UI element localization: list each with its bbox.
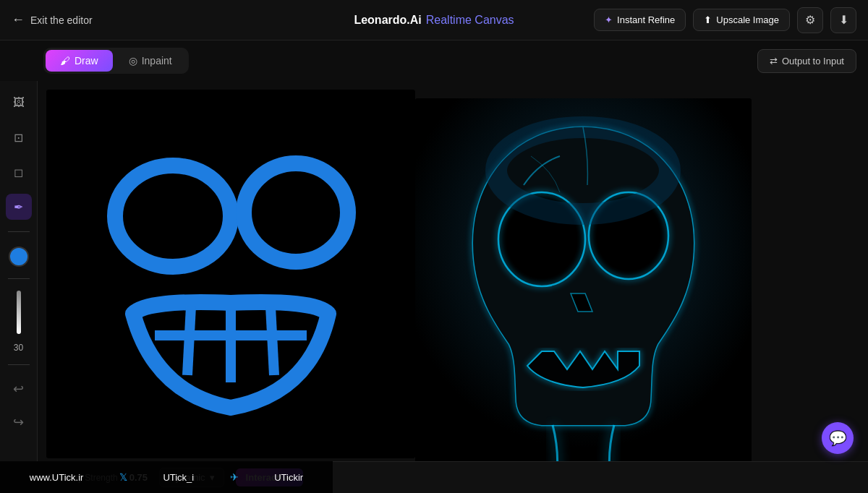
instant-refine-button[interactable]: ✦ Instant Refine xyxy=(594,9,686,31)
download-icon: ⬇ xyxy=(839,13,848,27)
download-button[interactable]: ⬇ xyxy=(830,7,856,33)
pen-tool[interactable]: ✒ xyxy=(6,194,32,220)
upscale-icon: ⬆ xyxy=(704,14,712,25)
redo-button[interactable]: ↪ xyxy=(9,410,28,434)
inpaint-tab[interactable]: ◎ Inpaint xyxy=(114,50,187,72)
image-frame-icon: 🖼 xyxy=(13,96,25,109)
header-right: ✦ Instant Refine ⬆ Upscale Image ⚙ ⬇ xyxy=(594,7,856,33)
inpaint-icon: ◎ xyxy=(129,55,137,67)
watermark-twitter: UTick_i xyxy=(163,472,194,483)
image-frame-tool[interactable]: 🖼 xyxy=(6,90,32,116)
draw-label: Draw xyxy=(75,55,98,67)
upscale-image-button[interactable]: ⬆ Upscale Image xyxy=(693,9,790,31)
tab-group: 🖌 Draw ◎ Inpaint xyxy=(43,48,189,74)
sparkle-icon: ✦ xyxy=(605,14,613,25)
svg-point-1 xyxy=(244,163,348,262)
output-to-input-label: Output to Input xyxy=(782,56,844,67)
draw-icon: 🖌 xyxy=(60,55,70,67)
output-to-input-button[interactable]: ⇄ Output to Input xyxy=(757,49,856,73)
draw-tab[interactable]: 🖌 Draw xyxy=(46,50,113,72)
settings-button[interactable]: ⚙ xyxy=(797,7,823,33)
brush-size-value: 30 xyxy=(14,343,23,353)
sidebar-divider-3 xyxy=(8,364,30,365)
eraser-tool[interactable]: ◻ xyxy=(6,159,32,185)
exit-icon: ← xyxy=(12,12,25,27)
drawing-canvas-svg xyxy=(46,90,415,458)
main-area: 🖼 ⊡ ◻ ✒ 30 ↩ ↪ xyxy=(0,81,868,493)
twitter-icon: 𝕏 xyxy=(119,471,127,483)
settings-icon: ⚙ xyxy=(805,13,815,27)
app-subtitle: Realtime Canvas xyxy=(426,14,514,27)
watermark-telegram: UTickir xyxy=(274,472,303,483)
color-picker[interactable] xyxy=(9,246,29,267)
upscale-label: Upscale Image xyxy=(716,14,779,25)
selection-icon: ⊡ xyxy=(14,131,23,145)
eraser-icon: ◻ xyxy=(14,166,23,179)
canvas-area xyxy=(38,81,868,493)
chat-icon: 💬 xyxy=(829,429,847,447)
app-name: Leonardo.Ai xyxy=(354,14,421,27)
skull-output-svg xyxy=(415,98,752,467)
header-center: Leonardo.Ai Realtime Canvas xyxy=(354,14,514,27)
drawing-canvas-container[interactable] xyxy=(46,90,415,458)
toolbar-row: 🖌 Draw ◎ Inpaint ⇄ Output to Input xyxy=(0,40,868,81)
exit-label: Exit the editor xyxy=(30,14,93,26)
instant-refine-label: Instant Refine xyxy=(617,14,675,25)
watermark-site: www.UTick.ir xyxy=(30,472,84,483)
telegram-icon: ✈ xyxy=(230,471,239,483)
sidebar-divider-1 xyxy=(8,231,30,232)
selection-tool[interactable]: ⊡ xyxy=(6,124,32,150)
header: ← Exit the editor Leonardo.Ai Realtime C… xyxy=(0,0,868,40)
svg-line-2 xyxy=(187,306,191,375)
output-image-area xyxy=(415,98,752,467)
inpaint-label: Inpaint xyxy=(142,55,172,67)
brush-size-slider[interactable] xyxy=(17,291,21,334)
exit-button[interactable]: ← Exit the editor xyxy=(12,12,93,27)
left-sidebar: 🖼 ⊡ ◻ ✒ 30 ↩ ↪ xyxy=(0,81,38,493)
svg-point-0 xyxy=(115,166,231,267)
undo-button[interactable]: ↩ xyxy=(9,377,28,401)
watermark-bar: www.UTick.ir 𝕏 UTick_i ✈ UTickir xyxy=(0,461,333,493)
svg-line-4 xyxy=(271,306,274,375)
output-arrow-icon: ⇄ xyxy=(770,56,778,67)
sidebar-divider-2 xyxy=(8,278,30,279)
pen-icon: ✒ xyxy=(14,200,23,214)
chat-button[interactable]: 💬 xyxy=(822,422,854,454)
